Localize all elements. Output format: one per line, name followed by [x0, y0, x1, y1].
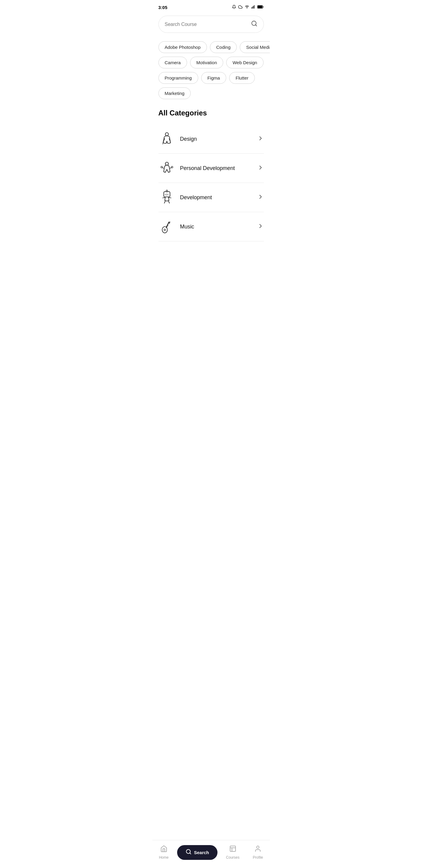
svg-rect-3 — [253, 6, 254, 8]
cloud-icon — [238, 5, 243, 10]
category-development-label: Development — [180, 194, 257, 201]
music-arrow-icon — [257, 223, 264, 231]
category-personal-development-label: Personal Development — [180, 165, 257, 172]
svg-line-8 — [255, 25, 257, 26]
development-icon: </> — [158, 189, 175, 206]
tags-row-2: Camera Motivation Web Design — [158, 57, 264, 68]
tag-flutter[interactable]: Flutter — [229, 72, 255, 84]
tag-figma[interactable]: Figma — [201, 72, 227, 84]
tags-row-4: Marketing — [158, 87, 264, 99]
tag-marketing[interactable]: Marketing — [158, 87, 191, 99]
svg-text:</>: </> — [165, 193, 169, 196]
design-arrow-icon — [257, 135, 264, 143]
section-title: All Categories — [158, 109, 264, 117]
tags-section: Adobe Photoshop Coding Social Media Came… — [158, 41, 264, 99]
svg-rect-6 — [258, 6, 262, 8]
tag-social-media[interactable]: Social Media — [240, 41, 269, 53]
status-bar: 3:05 — [153, 0, 270, 13]
search-bar[interactable] — [158, 16, 264, 33]
all-categories-section: All Categories Design — [158, 109, 264, 241]
wifi-icon — [245, 5, 250, 10]
battery-icon — [257, 5, 264, 10]
status-icons — [232, 5, 264, 10]
tag-programming[interactable]: Programming — [158, 72, 198, 84]
music-icon — [158, 218, 175, 235]
svg-point-12 — [171, 166, 172, 168]
tag-motivation[interactable]: Motivation — [190, 57, 223, 68]
tag-web-design[interactable]: Web Design — [226, 57, 263, 68]
search-icon — [251, 20, 258, 28]
svg-rect-1 — [251, 7, 252, 8]
category-item-music[interactable]: Music — [158, 212, 264, 241]
svg-rect-4 — [254, 5, 255, 8]
search-input[interactable] — [165, 22, 251, 27]
svg-point-18 — [164, 229, 165, 230]
svg-rect-2 — [252, 6, 253, 8]
design-icon — [158, 130, 175, 147]
search-container — [158, 16, 264, 33]
tag-camera[interactable]: Camera — [158, 57, 187, 68]
status-time: 3:05 — [158, 5, 167, 10]
development-arrow-icon — [257, 193, 264, 202]
category-item-development[interactable]: </> Development — [158, 183, 264, 212]
personal-development-arrow-icon — [257, 164, 264, 173]
svg-point-11 — [161, 166, 162, 168]
category-item-design[interactable]: Design — [158, 124, 264, 154]
category-design-label: Design — [180, 136, 257, 142]
category-item-personal-development[interactable]: Personal Development — [158, 154, 264, 183]
tags-row-3: Programming Figma Flutter — [158, 72, 264, 84]
main-content: Adobe Photoshop Coding Social Media Came… — [153, 16, 270, 274]
signal-icon — [251, 5, 255, 10]
personal-development-icon — [158, 160, 175, 177]
tags-row-1: Adobe Photoshop Coding Social Media — [158, 41, 264, 53]
tag-adobe-photoshop[interactable]: Adobe Photoshop — [158, 41, 207, 53]
tag-coding[interactable]: Coding — [210, 41, 237, 53]
svg-point-9 — [165, 133, 168, 135]
notification-icon — [232, 5, 236, 10]
category-music-label: Music — [180, 224, 257, 230]
